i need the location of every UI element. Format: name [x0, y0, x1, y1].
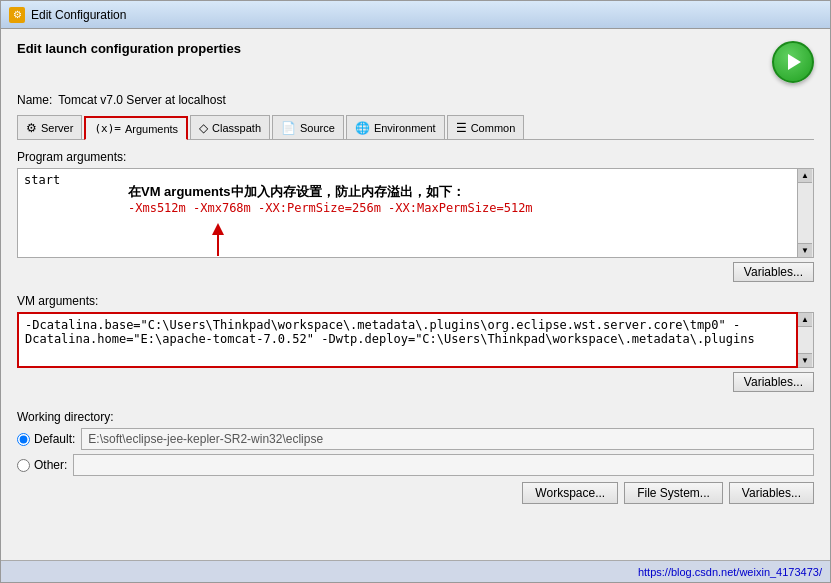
other-radio-row: Other:: [17, 454, 814, 476]
working-dir-label: Working directory:: [17, 410, 814, 424]
tab-common-label: Common: [471, 122, 516, 134]
variables-btn2-row: Variables...: [17, 372, 814, 398]
vm-args-value: -Dcatalina.base="C:\Users\Thinkpad\works…: [25, 318, 755, 346]
program-args-wrapper: start 在VM arguments中加入内存设置，防止内存溢出，如下： -X…: [17, 168, 814, 258]
window-title: Edit Configuration: [31, 8, 126, 22]
tab-server-label: Server: [41, 122, 73, 134]
name-label: Name:: [17, 93, 52, 107]
vm-arguments-section: VM arguments: -Dcatalina.base="C:\Users\…: [17, 294, 814, 404]
other-radio-label: Other:: [34, 458, 67, 472]
tab-classpath-label: Classpath: [212, 122, 261, 134]
vm-scroll-track: [798, 327, 813, 353]
workspace-button[interactable]: Workspace...: [522, 482, 618, 504]
tab-arguments[interactable]: (x)= Arguments: [84, 116, 188, 140]
program-arguments-section: Program arguments: start 在VM arguments中加…: [17, 150, 814, 294]
scroll-track: [798, 183, 813, 243]
classpath-tab-icon: ◇: [199, 121, 208, 135]
edit-configuration-window: ⚙ Edit Configuration Edit launch configu…: [0, 0, 831, 583]
environment-tab-icon: 🌐: [355, 121, 370, 135]
name-row: Name: Tomcat v7.0 Server at localhost: [17, 93, 814, 107]
vm-scroll-down[interactable]: ▼: [798, 353, 812, 367]
program-args-box: start 在VM arguments中加入内存设置，防止内存溢出，如下： -X…: [17, 168, 798, 258]
bottom-buttons-row: Workspace... File System... Variables...: [17, 482, 814, 504]
tab-server[interactable]: ⚙ Server: [17, 115, 82, 139]
annotation-arrow: [193, 221, 243, 258]
tab-source-label: Source: [300, 122, 335, 134]
title-bar: ⚙ Edit Configuration: [1, 1, 830, 29]
tabs-container: ⚙ Server (x)= Arguments ◇ Classpath 📄 So…: [17, 115, 814, 140]
vm-args-box[interactable]: -Dcatalina.base="C:\Users\Thinkpad\works…: [17, 312, 798, 368]
source-tab-icon: 📄: [281, 121, 296, 135]
name-value: Tomcat v7.0 Server at localhost: [58, 93, 225, 107]
default-dir-input[interactable]: [81, 428, 814, 450]
arguments-tab-icon: (x)=: [94, 122, 121, 135]
run-icon: [788, 54, 801, 70]
program-args-row: start 在VM arguments中加入内存设置，防止内存溢出，如下： -X…: [17, 168, 814, 258]
other-dir-input[interactable]: [73, 454, 814, 476]
default-radio-row: Default:: [17, 428, 814, 450]
default-radio[interactable]: [17, 433, 30, 446]
program-args-scrollbar[interactable]: ▲ ▼: [798, 168, 814, 258]
vm-args-label: VM arguments:: [17, 294, 814, 308]
vm-args-scrollbar[interactable]: ▲ ▼: [798, 312, 814, 368]
other-radio[interactable]: [17, 459, 30, 472]
tab-environment[interactable]: 🌐 Environment: [346, 115, 445, 139]
tab-classpath[interactable]: ◇ Classpath: [190, 115, 270, 139]
window-icon: ⚙: [9, 7, 25, 23]
common-tab-icon: ☰: [456, 121, 467, 135]
working-directory-section: Working directory: Default: Other: Works…: [17, 410, 814, 504]
server-tab-icon: ⚙: [26, 121, 37, 135]
status-url: https://blog.csdn.net/weixin_4173473/: [638, 566, 822, 578]
tab-arguments-label: Arguments: [125, 123, 178, 135]
tab-source[interactable]: 📄 Source: [272, 115, 344, 139]
scroll-up-arrow[interactable]: ▲: [798, 169, 812, 183]
header-section: Edit launch configuration properties: [17, 41, 814, 83]
status-bar: https://blog.csdn.net/weixin_4173473/: [1, 560, 830, 582]
variables-button-1[interactable]: Variables...: [733, 262, 814, 282]
program-args-start-text: start: [18, 169, 797, 191]
default-radio-label: Default:: [34, 432, 75, 446]
scroll-down-arrow[interactable]: ▼: [798, 243, 812, 257]
file-system-button[interactable]: File System...: [624, 482, 723, 504]
content-area: Edit launch configuration properties Nam…: [1, 29, 830, 560]
annotation-red-cmd: -Xms512m -Xmx768m -XX:PermSize=256m -XX:…: [128, 201, 533, 215]
program-args-label: Program arguments:: [17, 150, 814, 164]
variables-button-2[interactable]: Variables...: [733, 372, 814, 392]
variables-button-3[interactable]: Variables...: [729, 482, 814, 504]
tab-common[interactable]: ☰ Common: [447, 115, 525, 139]
run-button[interactable]: [772, 41, 814, 83]
tab-environment-label: Environment: [374, 122, 436, 134]
vm-scroll-up[interactable]: ▲: [798, 313, 812, 327]
main-title: Edit launch configuration properties: [17, 41, 241, 56]
variables-btn1-row: Variables...: [17, 262, 814, 288]
vm-args-row: -Dcatalina.base="C:\Users\Thinkpad\works…: [17, 312, 814, 368]
